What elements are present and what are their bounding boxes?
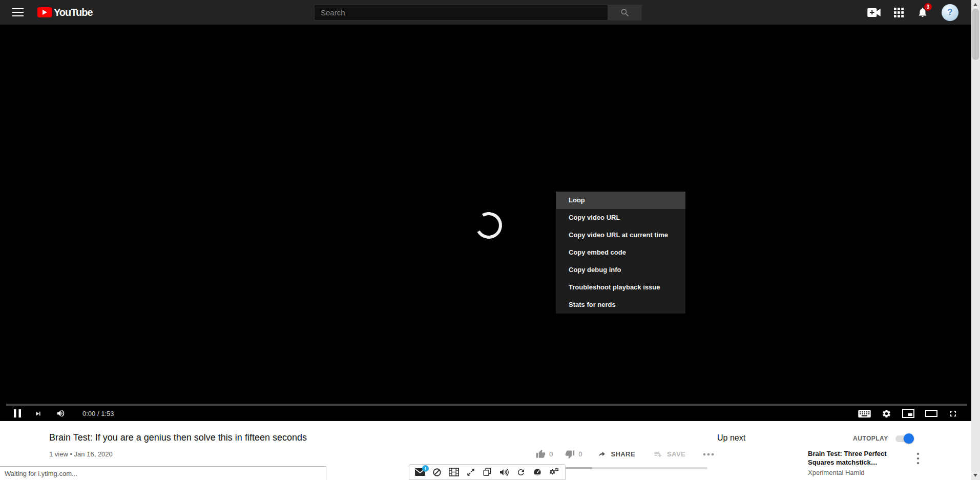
playback-speed-button[interactable]	[533, 468, 542, 477]
video-context-menu: Loop Copy video URL Copy video URL at cu…	[556, 192, 685, 314]
youtube-page: YouTube 3 ?	[0, 0, 980, 480]
browser-status-bubble: Waiting for i.ytimg.com...	[0, 466, 326, 480]
header-actions: 3 ?	[867, 0, 958, 25]
fullscreen-button[interactable]	[948, 409, 958, 419]
apps-button[interactable]	[894, 8, 904, 17]
youtube-logo-text: YouTube	[54, 7, 93, 18]
reload-button[interactable]	[516, 468, 526, 477]
cinema-mode-button[interactable]	[449, 468, 459, 476]
youtube-play-icon	[37, 7, 52, 17]
apps-grid-icon	[894, 8, 904, 17]
miniplayer-button[interactable]	[902, 409, 914, 418]
copy-icon	[483, 467, 492, 477]
thumb-down-icon	[565, 449, 575, 459]
block-ads-button[interactable]	[432, 468, 442, 477]
like-count: 0	[549, 450, 553, 458]
scrollbar-down-arrow-icon[interactable]	[973, 474, 977, 477]
volume-button[interactable]	[55, 409, 66, 418]
mail-button[interactable]: !	[415, 468, 425, 476]
more-horizontal-icon	[703, 453, 714, 456]
create-video-button[interactable]	[867, 8, 881, 17]
share-label: SHARE	[611, 450, 635, 458]
search-icon	[620, 8, 630, 18]
mail-badge: !	[422, 465, 429, 472]
context-menu-item-stats[interactable]: Stats for nerds	[556, 296, 685, 314]
skip-next-icon	[34, 410, 42, 418]
theater-mode-button[interactable]	[925, 410, 937, 417]
loading-progress-line	[566, 467, 707, 469]
top-app-bar: YouTube 3 ?	[0, 0, 971, 25]
context-menu-item-copy-debug[interactable]: Copy debug info	[556, 261, 685, 279]
gear-icon	[882, 409, 891, 419]
context-menu-item-copy-url-at-time[interactable]: Copy video URL at current time	[556, 226, 685, 244]
playlist-add-icon	[653, 450, 663, 458]
fullscreen-icon	[948, 409, 958, 419]
autoplay-label: AUTOPLAY	[853, 435, 888, 442]
settings-button[interactable]	[882, 409, 891, 419]
context-menu-item-copy-url[interactable]: Copy video URL	[556, 209, 685, 226]
player-controls: 0:00 / 1:53	[0, 406, 971, 421]
speaker-waves-icon	[498, 468, 509, 477]
suggested-video-menu-button[interactable]	[914, 453, 922, 464]
next-button[interactable]	[34, 410, 42, 418]
more-actions-button[interactable]	[703, 453, 714, 456]
miniplayer-icon	[902, 409, 914, 418]
subtitles-keyboard-button[interactable]	[858, 410, 871, 418]
volume-boost-button[interactable]	[498, 468, 509, 477]
refresh-icon	[516, 468, 526, 477]
autoplay-toggle[interactable]	[895, 435, 913, 442]
gears-icon	[549, 467, 559, 477]
loading-progress-fill	[566, 467, 592, 469]
film-icon	[449, 468, 459, 476]
dislike-count: 0	[578, 450, 582, 458]
extension-settings-button[interactable]	[549, 467, 559, 477]
video-actions: 0 0 SHARE SAVE	[536, 449, 714, 459]
pause-button[interactable]	[14, 409, 21, 418]
video-title: Brain Test: If you are a genius then sol…	[49, 432, 307, 443]
context-menu-item-copy-embed[interactable]: Copy embed code	[556, 244, 685, 261]
time-display: 0:00 / 1:53	[82, 410, 114, 418]
pause-icon	[14, 409, 21, 418]
notifications-button[interactable]: 3	[917, 6, 928, 18]
block-icon	[432, 468, 442, 477]
menu-icon[interactable]	[12, 8, 24, 16]
dislike-button[interactable]: 0	[565, 449, 582, 459]
youtube-logo[interactable]: YouTube	[37, 7, 93, 18]
video-player[interactable]: 0:00 / 1:53	[0, 25, 971, 421]
theater-icon	[925, 410, 937, 417]
autoplay-control: AUTOPLAY	[853, 435, 913, 442]
vertical-scrollbar[interactable]	[971, 0, 980, 480]
notification-badge: 3	[924, 3, 932, 11]
thumb-up-icon	[536, 449, 546, 459]
keyboard-icon	[858, 410, 871, 418]
loading-spinner-icon	[472, 209, 505, 242]
save-button[interactable]: SAVE	[653, 450, 685, 458]
scrollbar-up-arrow-icon[interactable]	[973, 3, 977, 6]
video-camera-icon	[867, 8, 881, 17]
copy-button[interactable]	[483, 467, 492, 477]
share-icon	[596, 450, 607, 458]
status-text: Waiting for i.ytimg.com...	[0, 470, 77, 477]
speedometer-icon	[533, 468, 542, 477]
up-next-heading: Up next	[717, 433, 745, 443]
expand-arrows-icon	[466, 468, 475, 477]
suggested-video-title[interactable]: Brain Test: Three Perfect Squares matchs…	[808, 450, 892, 467]
toggle-knob	[904, 433, 914, 444]
suggested-video-channel: Xperimental Hamid	[808, 469, 865, 476]
volume-icon	[55, 409, 66, 418]
share-button[interactable]: SHARE	[596, 450, 635, 458]
video-meta: 1 view • Jan 16, 2020	[49, 450, 113, 458]
search-form	[314, 5, 642, 20]
search-button[interactable]	[608, 5, 642, 20]
context-menu-item-loop[interactable]: Loop	[556, 192, 685, 209]
suggested-video-thumbnail[interactable]	[717, 450, 799, 478]
expand-player-button[interactable]	[466, 468, 475, 477]
search-input[interactable]	[314, 5, 608, 20]
avatar[interactable]: ?	[942, 4, 958, 21]
extension-toolbar: !	[409, 464, 566, 480]
scrollbar-thumb[interactable]	[972, 9, 979, 60]
context-menu-item-troubleshoot[interactable]: Troubleshoot playback issue	[556, 279, 685, 296]
save-label: SAVE	[667, 450, 685, 458]
avatar-glyph: ?	[947, 7, 952, 17]
like-button[interactable]: 0	[536, 449, 553, 459]
